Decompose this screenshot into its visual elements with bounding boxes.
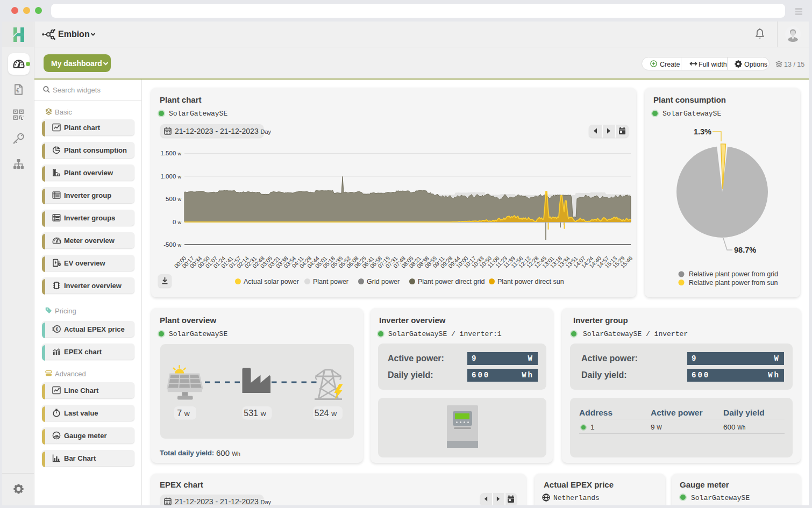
svg-text:98.7%: 98.7% <box>734 246 756 254</box>
svg-text:€: € <box>16 88 19 94</box>
svg-text:0 w: 0 w <box>173 219 182 225</box>
svg-text:-500 w: -500 w <box>163 241 181 248</box>
svg-text:1.000 w: 1.000 w <box>161 173 182 180</box>
svg-text:500 w: 500 w <box>166 196 181 202</box>
svg-text:€: € <box>55 326 58 332</box>
svg-text:1.500 w: 1.500 w <box>161 150 182 156</box>
svg-text:1.3%: 1.3% <box>694 127 711 136</box>
svg-text:Relative plant power from grid: Relative plant power from grid <box>689 270 778 278</box>
svg-text:Relative plant power from sun: Relative plant power from sun <box>689 279 778 287</box>
